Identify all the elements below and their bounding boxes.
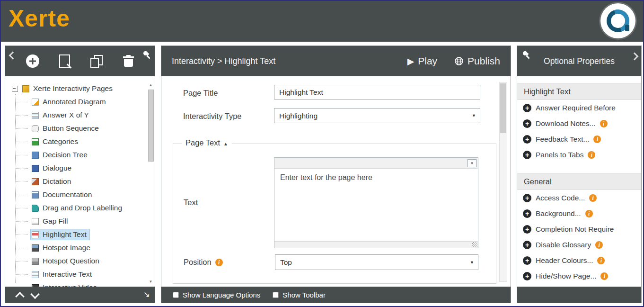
- delete-page-icon[interactable]: [123, 55, 134, 68]
- tree-item-dialogue[interactable]: Dialogue: [5, 162, 155, 175]
- info-icon[interactable]: [595, 241, 603, 249]
- tree-item-interactive-video[interactable]: Interactive Video: [5, 281, 155, 287]
- info-icon[interactable]: [588, 151, 595, 159]
- tree-toolbar-icons: [26, 46, 134, 76]
- optional-property-completion-not-required[interactable]: Completion Not Require: [517, 221, 641, 237]
- tree-item-label: Drag and Drop Labelling: [43, 204, 122, 212]
- scroll-down-icon[interactable]: ▼: [148, 280, 154, 284]
- collapse-left-icon[interactable]: [9, 52, 17, 60]
- tree-item-label: Interactive Text: [43, 270, 92, 279]
- show-language-options-label: Show Language Options: [183, 291, 260, 299]
- optional-property-header-colours[interactable]: Header Colours...: [517, 253, 641, 268]
- editor-statusbar: [274, 241, 478, 248]
- tree-item-drag-and-drop-labelling[interactable]: Drag and Drop Labelling: [5, 201, 155, 215]
- info-icon[interactable]: [600, 272, 608, 280]
- section-gap: [517, 163, 641, 173]
- collapse-right-icon[interactable]: [631, 53, 639, 61]
- show-language-options-checkbox-row[interactable]: Show Language Options: [173, 291, 260, 299]
- interactivity-type-select[interactable]: Highlighting: [274, 108, 480, 123]
- show-toolbar-checkbox[interactable]: [273, 292, 279, 298]
- play-button[interactable]: ▶ Play: [407, 55, 437, 67]
- info-icon[interactable]: [215, 259, 223, 266]
- page-text-section-header[interactable]: Page Text: [182, 138, 232, 147]
- position-select[interactable]: Top: [275, 254, 478, 270]
- right-panel-footer: [517, 287, 641, 303]
- add-property-icon: [523, 151, 531, 159]
- editor-footer: Show Language Options Show Toolbar: [161, 287, 511, 303]
- optional-property-answer-required-before[interactable]: Answer Required Before: [517, 100, 641, 116]
- add-property-icon: [523, 256, 531, 265]
- tree-item-hotspot-question[interactable]: Hotspot Question: [5, 254, 155, 268]
- tree-item-button-sequence[interactable]: Button Sequence: [5, 122, 155, 135]
- editor-dropdown-icon[interactable]: [468, 159, 476, 167]
- move-page-down-icon[interactable]: [30, 289, 40, 299]
- tree-item-interactive-text[interactable]: Interactive Text: [5, 268, 155, 281]
- page-title-input[interactable]: [274, 85, 480, 99]
- tree-scrollbar[interactable]: ▲ ▼: [148, 83, 154, 284]
- editor-form: Page Title Interactivity Type Highlighti…: [161, 76, 511, 287]
- gap-fill-icon: [32, 218, 39, 225]
- left-panel-footer: ↘: [5, 287, 155, 303]
- tree-item-documentation[interactable]: Documentation: [5, 188, 155, 201]
- tree-item-dictation[interactable]: Dictation: [5, 175, 155, 188]
- new-page-document-icon[interactable]: [59, 54, 70, 68]
- pin-icon[interactable]: [142, 50, 152, 59]
- add-property-icon: [523, 272, 531, 280]
- answer-x-of-y-icon: [32, 112, 39, 119]
- tree-root-label: Xerte Interactivity Pages: [33, 84, 113, 93]
- optional-property-access-code[interactable]: Access Code...: [517, 190, 641, 206]
- optional-property-panels-to-tabs[interactable]: Panels to Tabs: [517, 147, 641, 163]
- tree-item-gap-fill[interactable]: Gap Fill: [5, 215, 155, 228]
- tree-item-answer-x-of-y[interactable]: Answer X of Y: [5, 108, 155, 122]
- apereo-logo-icon: [600, 3, 635, 38]
- info-icon[interactable]: [600, 120, 608, 127]
- optional-property-disable-glossary[interactable]: Disable Glossary: [517, 237, 641, 253]
- resize-panel-icon[interactable]: ↘: [143, 289, 150, 299]
- tree-item-hotspot-image[interactable]: Hotspot Image: [5, 241, 155, 254]
- add-page-icon[interactable]: [26, 54, 39, 68]
- editor-content[interactable]: Enter text for the page here: [274, 169, 478, 241]
- pin-icon[interactable]: [522, 50, 531, 59]
- show-language-options-checkbox[interactable]: [173, 292, 179, 298]
- play-label: Play: [418, 55, 437, 67]
- optional-property-download-notes[interactable]: Download Notes...: [517, 116, 641, 131]
- optional-property-hide-show-page[interactable]: Hide/Show Page...: [517, 268, 641, 284]
- copy-page-icon[interactable]: [90, 55, 103, 68]
- optional-properties-header: Optional Properties: [517, 46, 641, 76]
- package-icon: [22, 85, 29, 92]
- resize-handle-icon[interactable]: [472, 242, 477, 247]
- optional-property-feedback-text[interactable]: Feedback Text...: [517, 131, 641, 147]
- scrollbar-thumb[interactable]: [500, 83, 506, 133]
- optional-property-background[interactable]: Background...: [517, 206, 641, 221]
- scroll-up-icon[interactable]: ▲: [148, 83, 154, 87]
- info-icon[interactable]: [589, 194, 597, 202]
- hotspot-image-icon: [32, 244, 39, 252]
- rich-text-editor[interactable]: Enter text for the page here: [274, 157, 478, 248]
- dialogue-icon: [32, 165, 39, 172]
- page-text-legend: Page Text: [185, 138, 220, 147]
- show-toolbar-checkbox-row[interactable]: Show Toolbar: [273, 291, 326, 299]
- tree-item-categories[interactable]: Categories: [5, 135, 155, 148]
- apereo-tail: [625, 25, 629, 31]
- section-header-general: General: [517, 173, 641, 190]
- scrollbar-thumb[interactable]: [148, 90, 154, 162]
- tree-root[interactable]: Xerte Interactivity Pages: [5, 82, 155, 95]
- publish-button[interactable]: Publish: [454, 55, 500, 67]
- breadcrumb: Interactivity > Highlight Text: [172, 56, 275, 66]
- tree-item-label: Interactive Video: [43, 283, 97, 287]
- info-icon[interactable]: [585, 210, 593, 217]
- add-property-icon: [523, 209, 531, 218]
- info-icon[interactable]: [597, 257, 605, 264]
- documentation-icon: [32, 191, 39, 199]
- tree-item-highlight-text[interactable]: Highlight Text: [5, 228, 155, 241]
- tree-item-decision-tree[interactable]: Decision Tree: [5, 148, 155, 162]
- tree-item-annotated-diagram[interactable]: Annotated Diagram: [5, 95, 155, 108]
- form-scrollbar[interactable]: [499, 82, 507, 282]
- categories-icon: [32, 138, 39, 145]
- info-icon[interactable]: [593, 135, 601, 143]
- move-page-up-icon[interactable]: [15, 292, 25, 301]
- add-property-icon: [523, 241, 531, 249]
- decision-tree-icon: [32, 152, 39, 159]
- hotspot-question-icon: [32, 258, 39, 265]
- collapse-handle-icon[interactable]: [12, 86, 18, 92]
